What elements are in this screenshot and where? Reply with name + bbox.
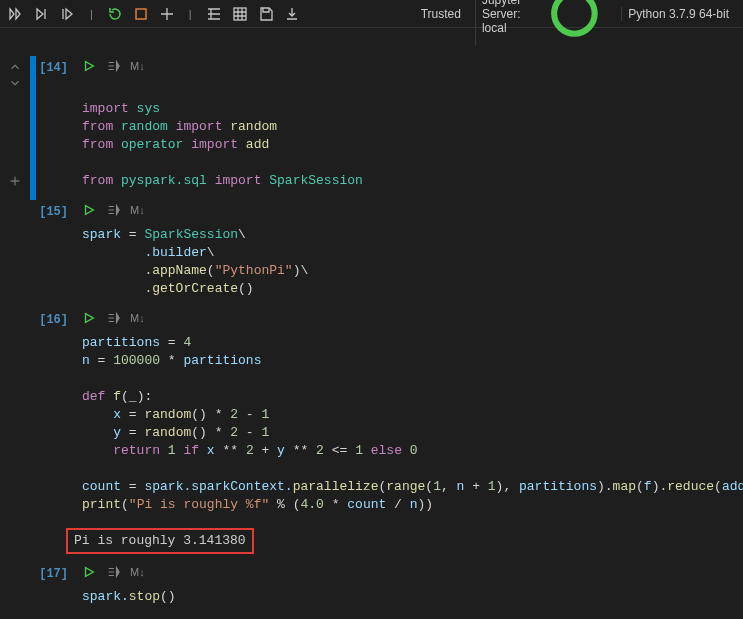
- cell-gutter: [0, 562, 30, 616]
- outline-icon[interactable]: [232, 6, 248, 22]
- execution-count: [17]: [36, 562, 72, 616]
- markdown-toggle[interactable]: M↓: [130, 204, 145, 216]
- run-by-line-icon[interactable]: [106, 59, 120, 73]
- cell-gutter: [0, 308, 30, 562]
- svg-rect-1: [234, 8, 246, 20]
- code-editor[interactable]: import sys from random import random fro…: [82, 76, 743, 200]
- trust-status[interactable]: Trusted: [415, 7, 467, 21]
- notebook-toolbar: | | Trusted Jupyter Server: local Python…: [0, 0, 743, 28]
- cell-toolbar: M↓: [82, 562, 743, 582]
- notebook-cell[interactable]: [17] M↓ spark.stop(): [0, 562, 743, 616]
- cell-toolbar: M↓: [82, 56, 743, 76]
- output-text: Pi is roughly 3.141380: [66, 528, 254, 554]
- jupyter-server-status[interactable]: Jupyter Server: local: [475, 0, 613, 46]
- run-cell-icon[interactable]: [82, 59, 96, 73]
- cell-body: M↓ spark.stop(): [72, 562, 743, 616]
- svg-rect-0: [136, 9, 146, 19]
- cells-container: [14] M↓ import sys from random import ra…: [0, 28, 743, 616]
- collapse-down-icon[interactable]: [8, 76, 22, 90]
- cell-body: M↓ import sys from random import random …: [72, 56, 743, 200]
- notebook-cell[interactable]: [15] M↓ spark = SparkSession\ .builder\ …: [0, 200, 743, 308]
- run-cell-icon[interactable]: [82, 565, 96, 579]
- run-above-icon[interactable]: [34, 6, 50, 22]
- run-cell-icon[interactable]: [82, 203, 96, 217]
- cell-output: Pi is roughly 3.141380: [66, 524, 743, 562]
- cell-gutter: [0, 200, 30, 308]
- run-cell-icon[interactable]: [82, 311, 96, 325]
- kernel-status[interactable]: Python 3.7.9 64-bit: [621, 7, 735, 21]
- add-cell-below-icon[interactable]: [8, 174, 22, 188]
- markdown-toggle[interactable]: M↓: [130, 566, 145, 578]
- markdown-toggle[interactable]: M↓: [130, 60, 145, 72]
- svg-point-2: [555, 0, 596, 34]
- code-editor[interactable]: spark.stop(): [82, 582, 743, 616]
- code-editor[interactable]: spark = SparkSession\ .builder\ .appName…: [82, 220, 743, 308]
- restart-kernel-icon[interactable]: [107, 6, 123, 22]
- notebook-cell[interactable]: [16] M↓ partitions = 4 n = 100000 * part…: [0, 308, 743, 562]
- toolbar-separator: |: [185, 8, 196, 20]
- collapse-up-icon[interactable]: [8, 60, 22, 74]
- run-below-icon[interactable]: [60, 6, 76, 22]
- export-icon[interactable]: [284, 6, 300, 22]
- toolbar-separator: |: [86, 8, 97, 20]
- toolbar-left-group: | |: [8, 6, 300, 22]
- cell-body: M↓ partitions = 4 n = 100000 * partition…: [72, 308, 743, 562]
- notebook-cell[interactable]: [14] M↓ import sys from random import ra…: [0, 56, 743, 200]
- cell-body: M↓ spark = SparkSession\ .builder\ .appN…: [72, 200, 743, 308]
- run-by-line-icon[interactable]: [106, 311, 120, 325]
- run-by-line-icon[interactable]: [106, 565, 120, 579]
- execution-count: [15]: [36, 200, 72, 308]
- markdown-toggle[interactable]: M↓: [130, 312, 145, 324]
- cell-toolbar: M↓: [82, 308, 743, 328]
- toolbar-right-group: Trusted Jupyter Server: local Python 3.7…: [415, 0, 735, 46]
- save-icon[interactable]: [258, 6, 274, 22]
- variables-icon[interactable]: [206, 6, 222, 22]
- run-by-line-icon[interactable]: [106, 203, 120, 217]
- execution-count: [14]: [36, 56, 72, 200]
- cell-toolbar: M↓: [82, 200, 743, 220]
- code-editor[interactable]: partitions = 4 n = 100000 * partitions d…: [82, 328, 743, 524]
- run-all-icon[interactable]: [8, 6, 24, 22]
- add-cell-icon[interactable]: [159, 6, 175, 22]
- cell-gutter: [0, 56, 30, 200]
- interrupt-kernel-icon[interactable]: [133, 6, 149, 22]
